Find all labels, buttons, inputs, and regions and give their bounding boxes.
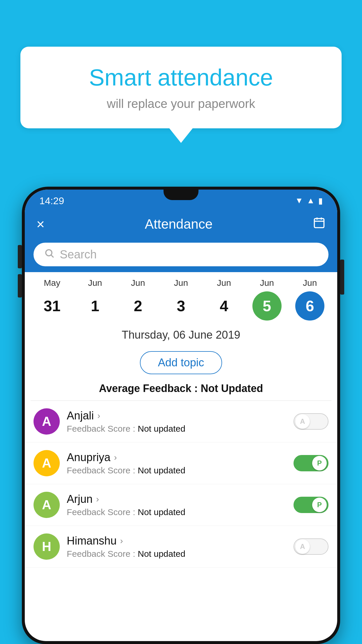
calendar-item-jun2[interactable]: Jun 2 [119, 278, 157, 321]
avatar: A [34, 450, 60, 476]
cal-month: Jun [217, 278, 231, 288]
student-list: A Anjali › Feedback Score : Not updated … [25, 401, 337, 568]
toggle-off[interactable]: A [294, 413, 328, 430]
attendance-toggle[interactable]: P [294, 455, 328, 471]
avatar: H [34, 533, 60, 560]
chevron-right-icon: › [97, 411, 100, 421]
cal-month: Jun [131, 278, 145, 288]
calendar-row: May 31 Jun 1 Jun 2 Jun 3 Jun 4 Jun 5 [25, 272, 337, 321]
list-item: A Anupriya › Feedback Score : Not update… [25, 442, 337, 484]
student-name: Himanshu › [67, 535, 287, 547]
attendance-toggle[interactable]: A [294, 538, 328, 555]
volume-down-button [18, 274, 22, 298]
chevron-right-icon: › [114, 452, 117, 462]
search-input[interactable]: Search [60, 248, 318, 261]
selected-date-label: Thursday, 06 June 2019 [122, 329, 240, 341]
chevron-right-icon: › [96, 494, 99, 504]
student-info[interactable]: Himanshu › Feedback Score : Not updated [67, 535, 287, 559]
toggle-thumb: A [295, 414, 310, 429]
bubble-tail [169, 128, 193, 143]
calendar-item-jun1[interactable]: Jun 1 [76, 278, 114, 321]
avatar: A [34, 492, 60, 518]
student-name: Anjali › [67, 410, 287, 422]
phone-notch [164, 190, 198, 200]
toggle-thumb: A [295, 539, 310, 554]
close-button[interactable]: × [36, 216, 45, 232]
speech-bubble: Smart attendance will replace your paper… [20, 47, 342, 143]
date-info: Thursday, 06 June 2019 [25, 321, 337, 346]
calendar-item-may31[interactable]: May 31 [33, 278, 71, 321]
avatar: A [34, 408, 60, 435]
attendance-toggle[interactable]: P [294, 497, 328, 513]
cal-day: 3 [166, 291, 196, 321]
student-name: Anupriya › [67, 451, 287, 464]
student-feedback: Feedback Score : Not updated [67, 424, 287, 434]
student-feedback: Feedback Score : Not updated [67, 549, 287, 559]
add-topic-container: Add topic [25, 346, 337, 379]
status-icons: ▼ ▲ ▮ [295, 196, 323, 206]
app-header: × Attendance [25, 209, 337, 239]
student-info[interactable]: Anupriya › Feedback Score : Not updated [67, 451, 287, 475]
cal-day: 1 [80, 291, 110, 321]
search-bar-container: Search [25, 239, 337, 272]
svg-rect-0 [314, 218, 324, 228]
cal-month: Jun [174, 278, 188, 288]
student-info[interactable]: Anjali › Feedback Score : Not updated [67, 410, 287, 434]
avg-feedback-label: Average Feedback : [99, 382, 198, 394]
attendance-toggle[interactable]: A [294, 413, 328, 430]
list-item: H Himanshu › Feedback Score : Not update… [25, 526, 337, 568]
cal-month: Jun [260, 278, 274, 288]
search-bar[interactable]: Search [34, 243, 328, 266]
bubble-title: Smart attendance [44, 64, 318, 91]
cal-day: 31 [38, 291, 67, 321]
calendar-item-jun3[interactable]: Jun 3 [162, 278, 200, 321]
student-feedback: Feedback Score : Not updated [67, 466, 287, 475]
toggle-on[interactable]: P [294, 455, 328, 471]
bubble-subtitle: will replace your paperwork [44, 97, 318, 111]
toggle-thumb: P [312, 498, 327, 512]
cal-day: 2 [124, 291, 153, 321]
avg-feedback-value: Not Updated [201, 382, 263, 394]
volume-up-button [18, 245, 22, 268]
phone-screen: 14:29 ▼ ▲ ▮ × Attendance [25, 190, 337, 641]
svg-line-5 [51, 255, 53, 257]
power-button [340, 260, 344, 295]
wifi-icon: ▼ [295, 196, 303, 205]
cal-day-today: 6 [295, 291, 324, 321]
cal-month: May [44, 278, 60, 288]
signal-icon: ▲ [307, 196, 315, 205]
cal-month: Jun [303, 278, 317, 288]
list-item: A Anjali › Feedback Score : Not updated … [25, 401, 337, 442]
avg-feedback: Average Feedback : Not Updated [25, 379, 337, 400]
student-name: Arjun › [67, 493, 287, 505]
calendar-item-jun4[interactable]: Jun 4 [205, 278, 243, 321]
toggle-thumb: P [312, 456, 327, 470]
phone-frame: 14:29 ▼ ▲ ▮ × Attendance [22, 187, 340, 644]
toggle-off[interactable]: A [294, 538, 328, 555]
search-icon [44, 248, 55, 261]
battery-icon: ▮ [318, 196, 323, 206]
add-topic-button[interactable]: Add topic [140, 351, 222, 374]
status-time: 14:29 [39, 195, 64, 206]
header-title: Attendance [145, 216, 213, 232]
cal-day-selected: 5 [252, 291, 282, 321]
cal-day: 4 [209, 291, 238, 321]
cal-month: Jun [88, 278, 102, 288]
student-info[interactable]: Arjun › Feedback Score : Not updated [67, 493, 287, 517]
calendar-item-jun6[interactable]: Jun 6 [291, 278, 329, 321]
toggle-on[interactable]: P [294, 497, 328, 513]
list-item: A Arjun › Feedback Score : Not updated P [25, 484, 337, 526]
calendar-item-jun5[interactable]: Jun 5 [248, 278, 286, 321]
chevron-right-icon: › [120, 536, 123, 546]
calendar-icon[interactable] [313, 216, 326, 232]
student-feedback: Feedback Score : Not updated [67, 507, 287, 517]
